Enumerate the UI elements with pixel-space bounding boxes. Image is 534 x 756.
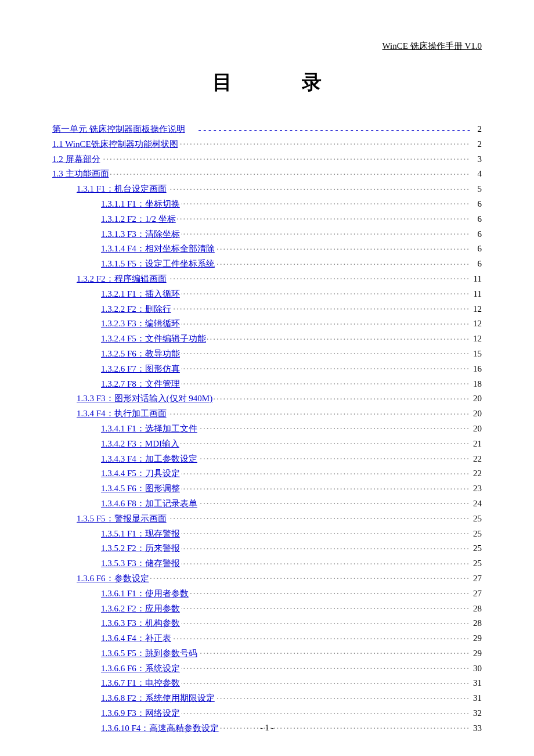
toc-leader [181, 377, 470, 387]
toc-row: 1.3.6.6 F6：系统设定30 [52, 661, 482, 676]
toc-link[interactable]: 1.3.4.6 F8：加工记录表单 [101, 496, 197, 512]
toc-link[interactable]: 1.3.2 F2：程序编辑画面 [77, 272, 167, 287]
toc-page-number: 6 [471, 242, 482, 257]
toc-leader [181, 347, 470, 357]
toc-link[interactable]: 1.3.5.3 F3：储存警报 [101, 556, 180, 571]
toc-link[interactable]: 1.3.4.5 F6：图形调整 [101, 481, 180, 496]
toc-link[interactable]: 1.3.2.7 F8：文件管理 [101, 377, 180, 392]
toc-link[interactable]: 1.3.4.3 F4：加工参数设定 [101, 452, 197, 467]
toc-page-number: 25 [471, 527, 482, 542]
toc-row: 1.3.1.2 F2：1/2 坐标6 [52, 212, 482, 227]
toc-row: 1.2 屏幕部分3 [52, 152, 482, 167]
toc-link[interactable]: 1.3.2.6 F7：图形仿真 [101, 362, 180, 377]
toc-row: 1.3.2 F2：程序编辑画面11 [52, 272, 482, 287]
toc-page-number: 3 [471, 152, 482, 167]
toc-page-number: 25 [471, 512, 482, 527]
toc-page-number: 5 [471, 182, 482, 197]
toc-link[interactable]: 1.3.2.3 F3：编辑循环 [101, 316, 180, 332]
toc-page-number: 2 [471, 137, 482, 152]
toc-link[interactable]: 1.3.1.2 F2：1/2 坐标 [101, 212, 176, 227]
toc-link[interactable]: 1.3.6.6 F6：系统设定 [101, 661, 180, 676]
toc-leader [181, 661, 470, 671]
toc-link[interactable]: 1.3.6.1 F1：使用者参数 [101, 586, 189, 602]
toc-link[interactable]: 1.3.1.5 F5：设定工件坐标系统 [101, 257, 215, 272]
toc-row: 1.3.2.7 F8：文件管理18 [52, 377, 482, 392]
toc-link[interactable]: 1.3.3 F3：图形对话输入(仅对 940M) [77, 391, 212, 406]
toc-row: 1.3.4.5 F6：图形调整23 [52, 481, 482, 496]
toc-page-number: 29 [471, 631, 482, 646]
toc-row: 1.3.4 F4：执行加工画面20 [52, 406, 482, 422]
toc-link[interactable]: 1.3.6.5 F5：跳到参数号码 [101, 646, 197, 661]
toc-page-number: 16 [471, 362, 482, 377]
toc-link[interactable]: 1.3.6.9 F3：网络设定 [101, 706, 180, 721]
toc-link[interactable]: 1.2 屏幕部分 [52, 152, 100, 167]
toc-row: 1.3 主功能画面4 [52, 167, 482, 182]
toc-page-number: 6 [471, 197, 482, 212]
toc-page-number: 20 [471, 406, 482, 422]
toc-link[interactable]: 1.3.4.2 F3：MDI输入 [101, 437, 179, 452]
toc-row: 1.3.5.1 F1：现存警报25 [52, 527, 482, 542]
toc-link[interactable]: 1.3.6.7 F1：电控参数 [101, 676, 180, 691]
toc-page-number: 32 [471, 706, 482, 721]
toc-page-number: 6 [471, 212, 482, 227]
toc-link[interactable]: 1.3.2.2 F2：删除行 [101, 302, 171, 317]
toc-row: 1.3.6 F6：参数设定27 [52, 571, 482, 586]
toc-leader [181, 467, 470, 477]
toc-page-number: 12 [471, 302, 482, 317]
toc-leader [168, 182, 470, 192]
toc-link[interactable]: 1.3.6.4 F4：补正表 [101, 631, 171, 646]
toc-leader [181, 287, 470, 297]
toc-link[interactable]: 1.3.5.2 F2：历来警报 [101, 541, 180, 556]
toc-link[interactable]: 1.3.1.4 F4：相对坐标全部清除 [101, 242, 215, 257]
toc-page-number: 12 [471, 316, 482, 332]
toc-page-number: 25 [471, 556, 482, 571]
toc-row: 1.3.6.3 F3：机构参数28 [52, 616, 482, 631]
toc-link[interactable]: 1.3.6.8 F2：系统使用期限设定 [101, 691, 215, 706]
toc-page-number: 28 [471, 602, 482, 617]
toc-link[interactable]: 1.3.4.4 F5：刀具设定 [101, 466, 180, 481]
toc-page-number: 27 [471, 586, 482, 602]
toc-leader [168, 512, 470, 521]
toc-leader [216, 257, 470, 267]
toc-link[interactable]: 1.3.1.3 F3：清除坐标 [101, 227, 180, 242]
toc-leader [181, 602, 470, 611]
toc-row: 1.3.1.1 F1：坐标切换6 [52, 197, 482, 212]
toc-link[interactable]: 1.3.2.1 F1：插入循环 [101, 287, 180, 302]
toc-row: 1.3.4.6 F8：加工记录表单24 [52, 496, 482, 512]
toc-row: 1.3.2.3 F3：编辑循环12 [52, 316, 482, 332]
toc-link[interactable]: 1.3.4 F4：执行加工画面 [77, 406, 167, 422]
toc-leader [181, 437, 470, 447]
toc-page-number: 11 [471, 272, 482, 287]
title-char-2: 录 [302, 71, 391, 93]
toc-row: 1.3.1.4 F4：相对坐标全部清除6 [52, 242, 482, 257]
toc-link[interactable]: 1.1 WinCE铣床控制器功能树状图 [52, 137, 178, 152]
toc-link[interactable]: 1.3.1 F1：机台设定画面 [77, 182, 167, 197]
toc-link[interactable]: 1.3.6.2 F2：应用参数 [101, 602, 180, 617]
toc-row: 1.3.6.1 F1：使用者参数27 [52, 586, 482, 602]
toc-page-number: 20 [471, 422, 482, 437]
toc-link[interactable]: 1.3.6 F6：参数设定 [77, 571, 149, 586]
toc-leader [199, 452, 470, 462]
toc-link[interactable]: 1.3.1.1 F1：坐标切换 [101, 197, 180, 212]
toc-link[interactable]: 1.3.2.5 F6：教导功能 [101, 347, 180, 362]
toc-link[interactable]: 1.3 主功能画面 [52, 167, 109, 182]
toc-page-number: 23 [471, 481, 482, 496]
toc-link[interactable]: 1.3.6.3 F3：机构参数 [101, 616, 180, 631]
toc-page-number: 6 [471, 257, 482, 272]
toc-row: 1.3.5.3 F3：储存警报25 [52, 556, 482, 571]
toc-leader [181, 227, 470, 237]
toc-row: 1.3.4.3 F4：加工参数设定22 [52, 452, 482, 467]
toc-leader [181, 542, 470, 552]
title-char-1: 目 [212, 71, 302, 93]
toc-row: 1.3.5.2 F2：历来警报25 [52, 541, 482, 556]
toc-link[interactable]: 1.3.5.1 F1：现存警报 [101, 527, 180, 542]
toc-page-number: 22 [471, 452, 482, 467]
toc-leader [177, 212, 470, 222]
toc-link[interactable]: 1.3.4.1 F1：选择加工文件 [101, 422, 197, 437]
toc-row: 1.3.3 F3：图形对话输入(仅对 940M)20 [52, 391, 482, 406]
toc-link[interactable]: 1.3.5 F5：警报显示画面 [77, 512, 167, 527]
toc-row: 1.3.6.5 F5：跳到参数号码29 [52, 646, 482, 661]
toc-page-number: 28 [471, 616, 482, 631]
toc-link[interactable]: 第一单元 铣床控制器面板操作说明 [52, 122, 185, 137]
toc-link[interactable]: 1.3.2.4 F5：文件编辑子功能 [101, 332, 206, 347]
